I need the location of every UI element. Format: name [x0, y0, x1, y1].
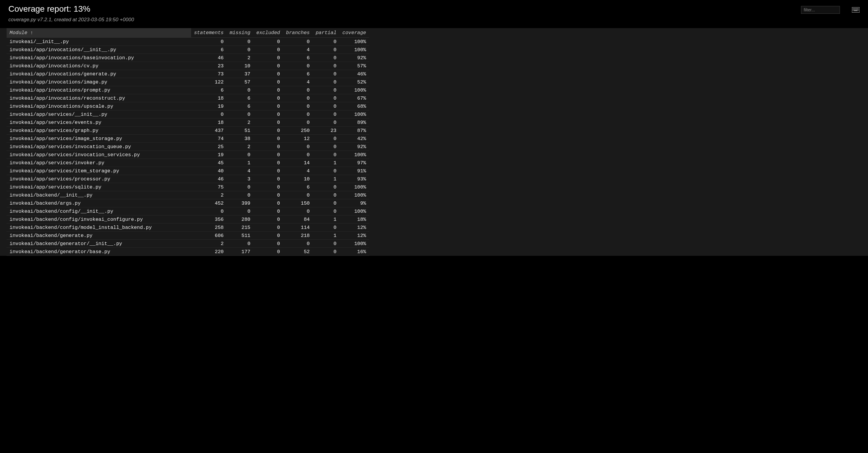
page-subtitle: coverage.py v7.2.1, created at 2023-03-0…: [8, 17, 134, 23]
column-header-excluded[interactable]: excluded: [253, 28, 283, 38]
excluded-cell: 0: [253, 232, 283, 240]
module-link[interactable]: invokeai/backend/generator/__init__.py: [9, 241, 122, 246]
module-link[interactable]: invokeai/app/services/invoker.py: [9, 160, 104, 166]
statements-cell: 18: [191, 119, 227, 127]
partial-cell: 0: [313, 151, 339, 159]
excluded-cell: 0: [253, 248, 283, 256]
excluded-cell: 0: [253, 191, 283, 199]
module-link[interactable]: invokeai/app/services/image_storage.py: [9, 136, 122, 142]
svg-rect-12: [859, 9, 859, 10]
coverage-cell: 97%: [339, 159, 369, 167]
column-header-coverage[interactable]: coverage: [339, 28, 369, 38]
module-link[interactable]: invokeai/__init__.py: [9, 39, 69, 44]
table-row: invokeai/backend/generator/base.py220177…: [7, 248, 369, 256]
svg-rect-9: [855, 9, 856, 10]
statements-cell: 73: [191, 70, 227, 78]
missing-cell: 215: [227, 223, 253, 232]
column-header-missing[interactable]: missing: [227, 28, 253, 38]
partial-cell: 0: [313, 191, 339, 199]
filter-input[interactable]: [801, 6, 840, 14]
branches-cell: 6: [283, 54, 313, 62]
module-link[interactable]: invokeai/app/invocations/__init__.py: [9, 47, 116, 53]
module-link[interactable]: invokeai/app/services/events.py: [9, 120, 101, 125]
table-row: invokeai/app/invocations/cv.py231000057%: [7, 62, 369, 70]
module-cell: invokeai/backend/config/model_install_ba…: [7, 223, 191, 232]
module-link[interactable]: invokeai/app/invocations/prompt.py: [9, 87, 111, 93]
missing-cell: 57: [227, 78, 253, 86]
statements-cell: 23: [191, 62, 227, 70]
module-link[interactable]: invokeai/app/invocations/generate.py: [9, 71, 116, 77]
module-link[interactable]: invokeai/backend/generate.py: [9, 233, 92, 239]
module-cell: invokeai/app/services/processor.py: [7, 175, 191, 183]
module-cell: invokeai/app/services/item_storage.py: [7, 167, 191, 175]
excluded-cell: 0: [253, 175, 283, 183]
branches-cell: 114: [283, 223, 313, 232]
column-header-module[interactable]: Module ↑: [7, 28, 191, 38]
module-cell: invokeai/backend/args.py: [7, 199, 191, 207]
branches-cell: 150: [283, 199, 313, 207]
missing-cell: 177: [227, 248, 253, 256]
table-row: invokeai/app/services/graph.py4375102502…: [7, 127, 369, 134]
table-row: invokeai/app/services/invocation_queue.p…: [7, 143, 369, 151]
module-link[interactable]: invokeai/backend/config/__init__.py: [9, 209, 113, 214]
statements-cell: 356: [191, 215, 227, 223]
coverage-cell: 100%: [339, 86, 369, 94]
missing-cell: 3: [227, 175, 253, 183]
partial-cell: 0: [313, 167, 339, 175]
missing-cell: 0: [227, 191, 253, 199]
module-link[interactable]: invokeai/app/invocations/reconstruct.py: [9, 95, 125, 101]
branches-cell: 0: [283, 86, 313, 94]
branches-cell: 250: [283, 127, 313, 134]
module-cell: invokeai/__init__.py: [7, 38, 191, 46]
branches-cell: 84: [283, 215, 313, 223]
module-link[interactable]: invokeai/backend/__init__.py: [9, 192, 92, 198]
table-row: invokeai/backend/config/invokeai_configu…: [7, 215, 369, 223]
module-link[interactable]: invokeai/backend/config/invokeai_configu…: [9, 217, 143, 222]
module-cell: invokeai/app/services/image_storage.py: [7, 134, 191, 143]
statements-cell: 6: [191, 86, 227, 94]
missing-cell: 0: [227, 46, 253, 54]
table-header-row: Module ↑ statements missing excluded bra…: [7, 28, 369, 38]
module-link[interactable]: invokeai/backend/generator/base.py: [9, 249, 111, 254]
table-row: invokeai/backend/generator/__init__.py20…: [7, 240, 369, 248]
partial-cell: 0: [313, 240, 339, 248]
statements-cell: 19: [191, 102, 227, 111]
coverage-cell: 92%: [339, 54, 369, 62]
module-link[interactable]: invokeai/app/invocations/baseinvocation.…: [9, 55, 134, 61]
coverage-cell: 89%: [339, 119, 369, 127]
table-row: invokeai/app/invocations/upscale.py19600…: [7, 102, 369, 111]
table-row: invokeai/app/services/invoker.py45101419…: [7, 159, 369, 167]
missing-cell: 511: [227, 232, 253, 240]
module-link[interactable]: invokeai/backend/config/model_install_ba…: [9, 225, 152, 231]
module-link[interactable]: invokeai/backend/args.py: [9, 201, 81, 206]
module-link[interactable]: invokeai/app/services/item_storage.py: [9, 168, 119, 174]
column-header-partial[interactable]: partial: [313, 28, 339, 38]
missing-cell: 2: [227, 119, 253, 127]
table-row: invokeai/app/services/processor.py463010…: [7, 175, 369, 183]
excluded-cell: 0: [253, 119, 283, 127]
missing-cell: 280: [227, 215, 253, 223]
table-row: invokeai/backend/generate.py606511021811…: [7, 232, 369, 240]
keyboard-icon[interactable]: [852, 7, 860, 12]
coverage-cell: 9%: [339, 199, 369, 207]
column-header-branches[interactable]: branches: [283, 28, 313, 38]
module-link[interactable]: invokeai/app/services/graph.py: [9, 128, 98, 133]
table-row: invokeai/backend/config/model_install_ba…: [7, 223, 369, 232]
module-link[interactable]: invokeai/app/invocations/upscale.py: [9, 103, 113, 109]
module-link[interactable]: invokeai/app/services/processor.py: [9, 176, 111, 182]
header-top-row: Coverage report: 13% coverage.py v7.2.1,…: [8, 4, 860, 23]
module-link[interactable]: invokeai/app/services/__init__.py: [9, 112, 107, 117]
module-cell: invokeai/app/services/sqlite.py: [7, 183, 191, 191]
excluded-cell: 0: [253, 86, 283, 94]
module-link[interactable]: invokeai/app/invocations/image.py: [9, 79, 107, 85]
coverage-cell: 100%: [339, 240, 369, 248]
module-link[interactable]: invokeai/app/services/sqlite.py: [9, 184, 101, 190]
module-link[interactable]: invokeai/app/services/invocation_service…: [9, 152, 140, 158]
module-link[interactable]: invokeai/app/services/invocation_queue.p…: [9, 144, 131, 150]
excluded-cell: 0: [253, 78, 283, 86]
statements-cell: 46: [191, 54, 227, 62]
column-header-statements[interactable]: statements: [191, 28, 227, 38]
partial-cell: 0: [313, 223, 339, 232]
module-link[interactable]: invokeai/app/invocations/cv.py: [9, 63, 98, 69]
excluded-cell: 0: [253, 46, 283, 54]
